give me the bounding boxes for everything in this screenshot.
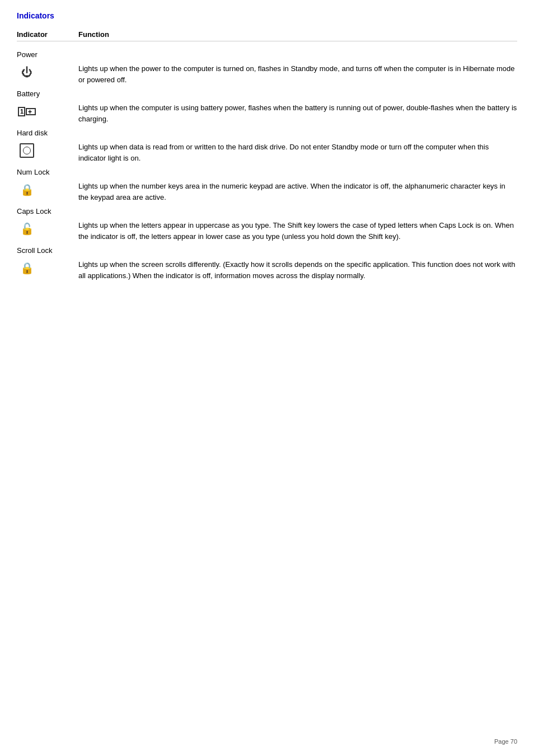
battery-icon-cell: 1 + xyxy=(17,100,78,121)
power-icon: ⏻ xyxy=(17,62,37,82)
harddisk-icon-cell xyxy=(17,139,78,161)
scrolllock-icon: 🔒 xyxy=(17,258,37,278)
capslock-icon-cell: 🔓 xyxy=(17,218,78,239)
indicator-row-scrolllock: 🔒 Lights up when the screen scrolls diff… xyxy=(17,257,517,281)
battery-icon: 1 + xyxy=(17,101,37,121)
harddisk-icon xyxy=(17,140,37,161)
indicator-row-capslock: 🔓 Lights up when the letters appear in u… xyxy=(17,218,517,242)
section-numlock-label: Num Lock xyxy=(17,168,517,176)
table-header: Indicator Function xyxy=(17,30,517,41)
numlock-icon: 🔒 xyxy=(17,180,37,200)
numlock-description: Lights up when the number keys area in t… xyxy=(78,179,517,203)
power-description: Lights up when the power to the computer… xyxy=(78,61,517,85)
battery-description: Lights up when the computer is using bat… xyxy=(78,100,517,124)
section-harddisk-label: Hard disk xyxy=(17,129,517,137)
section-battery-label: Battery xyxy=(17,90,517,98)
harddisk-description: Lights up when data is read from or writ… xyxy=(78,139,517,163)
indicator-row-battery: 1 + Lights up when the computer is using… xyxy=(17,100,517,124)
indicator-row-numlock: 🔒 Lights up when the number keys area in… xyxy=(17,179,517,203)
scrolllock-description: Lights up when the screen scrolls differ… xyxy=(78,257,517,281)
col-function-header: Function xyxy=(78,30,109,39)
indicator-row-harddisk: Lights up when data is read from or writ… xyxy=(17,139,517,163)
page-title: Indicators xyxy=(17,11,517,20)
capslock-description: Lights up when the letters appear in upp… xyxy=(78,218,517,242)
page-footer: Page 70 xyxy=(494,738,517,745)
capslock-icon: 🔓 xyxy=(17,219,37,239)
col-indicator-header: Indicator xyxy=(17,30,78,39)
indicator-row-power: ⏻ Lights up when the power to the comput… xyxy=(17,61,517,85)
section-scrolllock-label: Scroll Lock xyxy=(17,246,517,255)
scrolllock-icon-cell: 🔒 xyxy=(17,257,78,278)
section-capslock-label: Caps Lock xyxy=(17,207,517,215)
section-power-label: Power xyxy=(17,50,517,59)
power-icon-cell: ⏻ xyxy=(17,61,78,82)
numlock-icon-cell: 🔒 xyxy=(17,179,78,200)
